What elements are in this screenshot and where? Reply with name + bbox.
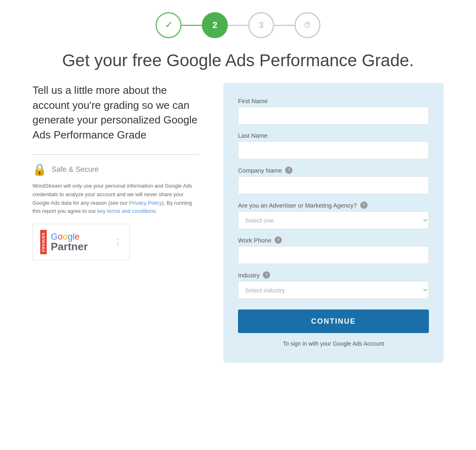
secure-section: 🔒 Safe & Secure — [32, 163, 199, 176]
industry-help-icon[interactable]: ? — [263, 271, 270, 279]
industry-select[interactable]: Select industry Retail Finance Healthcar… — [238, 281, 429, 299]
company-name-help-icon[interactable]: ? — [285, 167, 292, 174]
signin-text: To sign in with your Google Ads Account — [238, 340, 429, 348]
work-phone-input[interactable] — [238, 246, 429, 264]
last-name-input[interactable] — [238, 141, 429, 159]
work-phone-label: Work Phone ? — [238, 236, 429, 244]
google-partner-text: Google Partner — [51, 231, 88, 253]
first-name-label: First Name — [238, 97, 429, 104]
secure-label: Safe & Secure — [52, 165, 99, 174]
step-2: 2 — [202, 12, 228, 38]
continue-button[interactable]: CONTINUE — [238, 309, 429, 333]
first-name-group: First Name — [238, 97, 429, 125]
google-partner-badge: PREMIER Google Partner ⋮ — [32, 224, 130, 260]
industry-label: Industry ? — [238, 271, 429, 279]
advertiser-group: Are you an Advertiser or Marketing Agenc… — [238, 201, 429, 229]
progress-steps: ✓ 2 3 ⏱ — [32, 12, 444, 38]
lock-icon: 🔒 — [32, 163, 47, 176]
connector-3-4 — [274, 25, 294, 26]
privacy-policy-link[interactable]: Privacy Policy — [129, 200, 162, 206]
first-name-input[interactable] — [238, 107, 429, 125]
key-terms-link[interactable]: key terms and conditions — [97, 208, 156, 214]
partner-label: Partner — [51, 240, 88, 253]
step-1: ✓ — [156, 12, 182, 38]
step-3: 3 — [248, 12, 274, 38]
left-description: Tell us a little more about the account … — [32, 83, 199, 142]
last-name-group: Last Name — [238, 132, 429, 159]
divider — [32, 154, 199, 155]
dots-menu-icon[interactable]: ⋮ — [114, 238, 122, 247]
advertiser-help-icon[interactable]: ? — [360, 201, 368, 209]
company-name-group: Company Name ? — [238, 167, 429, 194]
advertiser-select[interactable]: Select one Advertiser Marketing Agency — [238, 211, 429, 229]
work-phone-help-icon[interactable]: ? — [275, 236, 282, 244]
connector-2-3 — [228, 25, 248, 26]
company-name-input[interactable] — [238, 176, 429, 194]
company-name-label: Company Name ? — [238, 167, 429, 174]
connector-1-2 — [182, 25, 202, 26]
left-panel: Tell us a little more about the account … — [32, 83, 207, 260]
form-panel: First Name Last Name Company Name ? — [223, 83, 444, 363]
secure-text: WordStream will only use your personal i… — [32, 182, 199, 216]
advertiser-label: Are you an Advertiser or Marketing Agenc… — [238, 201, 429, 209]
premier-label: PREMIER — [40, 230, 47, 254]
last-name-label: Last Name — [238, 132, 429, 139]
industry-group: Industry ? Select industry Retail Financ… — [238, 271, 429, 299]
step-4: ⏱ — [294, 12, 320, 38]
work-phone-group: Work Phone ? — [238, 236, 429, 264]
page-title: Get your free Google Ads Performance Gra… — [32, 50, 444, 71]
